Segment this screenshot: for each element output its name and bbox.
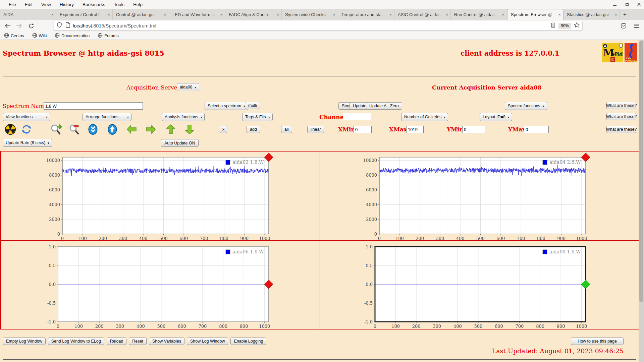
arrow-left-icon[interactable]	[126, 124, 138, 135]
browser-tab[interactable]: Spectrum Browser @×	[507, 9, 564, 20]
menu-history[interactable]: History	[60, 2, 74, 7]
url-bar[interactable]: localhost:8015/Spectrum/Spectrum.tml 90%	[54, 21, 583, 31]
browser-tab[interactable]: Statistics @ aidas-gsi×	[564, 9, 620, 20]
bookmark-documentation[interactable]: Documentation	[55, 33, 90, 39]
spectrum-panel-aida02[interactable]: 0100200300400500600700800900100002000400…	[1, 152, 320, 241]
forward-icon[interactable]	[15, 22, 23, 29]
browser-tab[interactable]: Experiment Control (×	[56, 9, 113, 20]
xmin-input[interactable]	[354, 126, 372, 133]
arrow-down-icon[interactable]	[184, 124, 195, 135]
scrollbar[interactable]	[639, 40, 644, 362]
browser-tab[interactable]: AIDA×	[0, 9, 56, 20]
ymax-input[interactable]	[524, 126, 549, 133]
menu-tools[interactable]: Tools	[114, 2, 125, 7]
view-functions-dropdown[interactable]: View functions▾	[3, 113, 50, 121]
tab-close-icon[interactable]: ×	[389, 12, 392, 17]
refresh-icon[interactable]	[21, 124, 32, 135]
browser-tab[interactable]: Temperature and stat×	[338, 9, 394, 20]
zoom-in-icon[interactable]	[50, 124, 62, 135]
browser-tab[interactable]: FADC Align & Contro×	[225, 9, 282, 20]
spectra-functions-dropdown[interactable]: Spectra functions▾	[505, 102, 547, 110]
linear-button[interactable]: linear	[307, 126, 324, 133]
hamburger-menu-icon[interactable]	[633, 22, 640, 29]
browser-tab[interactable]: LED and Waveform c×	[169, 9, 225, 20]
new-tab-button[interactable]: +	[620, 9, 630, 20]
bookmark-forums[interactable]: Forums	[98, 33, 118, 39]
circle-up-icon[interactable]	[107, 124, 119, 135]
reader-mode-icon[interactable]	[550, 22, 556, 29]
page-info-icon[interactable]	[65, 22, 70, 29]
spectrum-panel-aida08[interactable]: 010020030040050060070080090010001.00.50.…	[320, 241, 641, 329]
tab-close-icon[interactable]: ×	[164, 12, 166, 17]
bookmark-star-icon[interactable]	[574, 22, 580, 29]
reload-icon[interactable]	[28, 22, 35, 29]
what-are-these-button-1[interactable]: What are these?	[606, 102, 636, 109]
reset-button[interactable]: Reset	[129, 338, 147, 345]
acquisition-server-select[interactable]: aida08▾	[177, 83, 199, 91]
channel-input[interactable]	[343, 113, 371, 120]
tags-fits-dropdown[interactable]: Tags & Fits▾	[242, 113, 273, 121]
layout-id-dropdown[interactable]: Layout ID=8▾	[480, 113, 512, 121]
ymin-input[interactable]	[462, 126, 485, 133]
enable-logging-button[interactable]: Enable Logging	[230, 338, 266, 345]
maximize-button[interactable]	[625, 2, 629, 7]
zero-button[interactable]: Zero	[387, 102, 402, 110]
spectrum-name-input[interactable]	[44, 102, 143, 110]
update-rate-dropdown[interactable]: Update Rate (8 secs)▾	[3, 139, 52, 147]
spectrum-panel-aida04[interactable]: 0100200300400500600700800900100002000400…	[320, 152, 641, 241]
send-log-window-to-elog-button[interactable]: Send Log Window to ELog	[48, 338, 104, 345]
back-icon[interactable]	[4, 22, 11, 29]
tab-close-icon[interactable]: ×	[107, 12, 110, 17]
browser-tab[interactable]: Control @ aidas-gsi×	[113, 9, 169, 20]
empty-log-window-button[interactable]: Empty Log Window	[3, 338, 46, 345]
tcl-logo[interactable]: TCLPOWERED	[625, 43, 637, 64]
browser-tab[interactable]: System wide Checks×	[282, 9, 338, 20]
analysis-functions-dropdown[interactable]: Analysis functions▾	[162, 113, 205, 121]
tab-close-icon[interactable]: ×	[333, 12, 335, 17]
reload-button[interactable]: Reload	[107, 338, 127, 345]
zoom-out-icon[interactable]	[69, 124, 80, 135]
pocket-icon[interactable]	[620, 22, 627, 29]
shield-icon[interactable]	[57, 22, 62, 29]
menu-file[interactable]: File	[9, 2, 16, 7]
scrollbar-thumb[interactable]	[639, 41, 643, 302]
tab-close-icon[interactable]: ×	[502, 12, 504, 17]
tab-close-icon[interactable]: ×	[558, 12, 561, 17]
x-button[interactable]: x	[220, 126, 227, 133]
all-button[interactable]: all	[281, 126, 292, 133]
number-of-galleries-dropdown[interactable]: Number of Galleries▾	[401, 113, 448, 121]
how-to-use-button[interactable]: How to use this page	[571, 338, 624, 345]
show-log-window-button[interactable]: Show Log Window	[187, 338, 228, 345]
select-spectrum-dropdown[interactable]: Select a spectrum▾	[205, 102, 248, 110]
menu-bookmarks[interactable]: Bookmarks	[83, 2, 105, 7]
xmax-input[interactable]	[406, 126, 424, 133]
tab-close-icon[interactable]: ×	[614, 12, 617, 17]
minimize-button[interactable]	[612, 2, 617, 7]
auto-update-button[interactable]: Auto Update ON	[161, 139, 199, 147]
tab-close-icon[interactable]: ×	[445, 12, 448, 17]
circle-double-down-icon[interactable]	[88, 124, 99, 135]
show-variables-button[interactable]: Show Variables	[149, 338, 184, 345]
multi-button[interactable]: multi	[245, 102, 260, 109]
what-are-these-button-3[interactable]: What are these?	[606, 126, 636, 133]
spectrum-panel-aida06[interactable]: 010020030040050060070080090010001.00.50.…	[1, 241, 320, 329]
zoom-level-badge[interactable]: 90%	[558, 23, 571, 29]
tab-close-icon[interactable]: ×	[51, 12, 54, 17]
menu-help[interactable]: Help	[133, 2, 143, 7]
browser-tab[interactable]: Run Control @ aidas-×	[451, 9, 507, 20]
close-button[interactable]	[637, 2, 641, 7]
radiation-icon[interactable]	[5, 124, 16, 135]
arrange-functions-dropdown[interactable]: Arrange functions▾	[83, 113, 131, 121]
add-button[interactable]: add	[247, 126, 260, 133]
arrow-up-icon[interactable]	[165, 124, 176, 135]
arrow-right-icon[interactable]	[145, 124, 156, 135]
midas-logo[interactable]: MMidas	[602, 43, 623, 64]
bookmark-wiki[interactable]: Wiki	[32, 33, 47, 39]
what-are-these-button-2[interactable]: What are these?	[606, 113, 636, 120]
menu-view[interactable]: View	[41, 2, 51, 7]
tab-close-icon[interactable]: ×	[220, 12, 223, 17]
browser-tab[interactable]: ASIC Control @ aidas×	[394, 9, 451, 20]
tab-close-icon[interactable]: ×	[276, 12, 279, 17]
menu-edit[interactable]: Edit	[25, 2, 33, 7]
bookmark-centos[interactable]: Centos	[4, 33, 24, 39]
